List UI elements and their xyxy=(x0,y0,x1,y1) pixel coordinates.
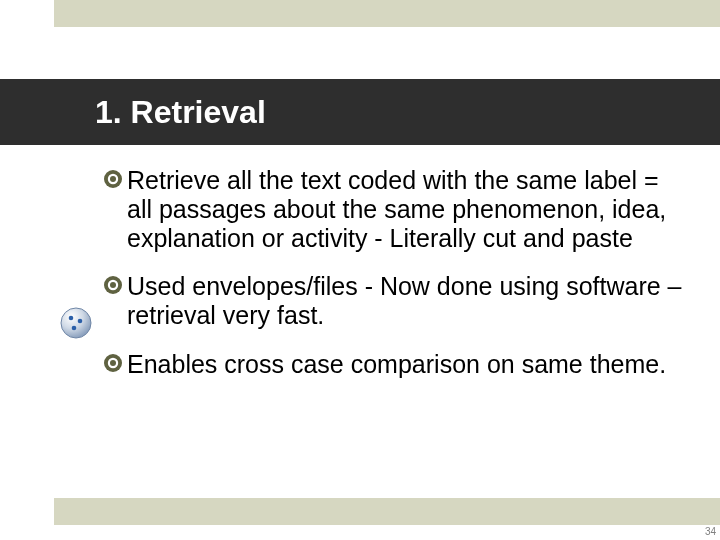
slide-title: 1. Retrieval xyxy=(95,94,266,131)
list-item: Retrieve all the text coded with the sam… xyxy=(127,166,690,252)
target-bullet-icon xyxy=(103,353,123,373)
svg-point-9 xyxy=(61,308,91,338)
target-bullet-icon xyxy=(103,169,123,189)
list-item: Enables cross case comparison on same th… xyxy=(127,350,690,379)
title-band: 1. Retrieval xyxy=(0,79,720,145)
svg-point-8 xyxy=(110,360,116,366)
svg-point-11 xyxy=(78,319,83,324)
page-number: 34 xyxy=(705,526,716,537)
target-bullet-icon xyxy=(103,275,123,295)
bullet-text: Retrieve all the text coded with the sam… xyxy=(127,166,666,252)
svg-point-5 xyxy=(110,282,116,288)
top-accent-bar xyxy=(54,0,720,27)
bullet-text: Used envelopes/files - Now done using so… xyxy=(127,272,681,329)
sphere-dots-icon xyxy=(58,305,94,341)
list-item: Used envelopes/files - Now done using so… xyxy=(127,272,690,330)
bullet-text: Enables cross case comparison on same th… xyxy=(127,350,666,378)
bottom-accent-bar xyxy=(54,498,720,525)
svg-point-2 xyxy=(110,176,116,182)
svg-point-10 xyxy=(69,316,74,321)
svg-point-12 xyxy=(72,326,77,331)
bullet-list: Retrieve all the text coded with the sam… xyxy=(127,166,690,399)
